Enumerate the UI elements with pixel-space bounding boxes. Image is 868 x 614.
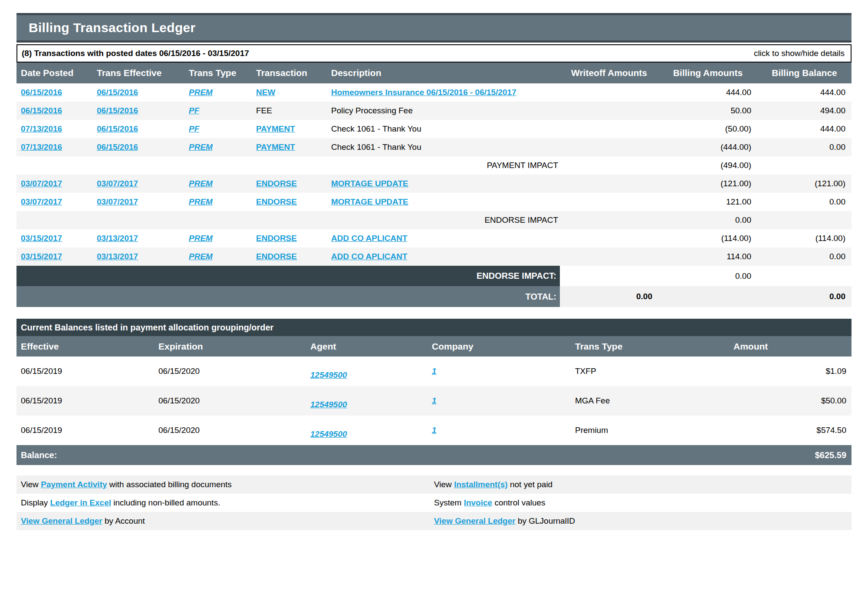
effective-date: 06/15/2019: [16, 416, 154, 445]
view-general-ledger-account-link[interactable]: View General Ledger: [21, 516, 102, 525]
col-header-amount: Amount: [729, 336, 852, 357]
col-header-effective: Effective: [16, 336, 154, 357]
date-posted-link[interactable]: 03/07/2017: [21, 197, 62, 206]
footer-row: Display Ledger in Excel including non-bi…: [16, 494, 852, 512]
trans-type-link[interactable]: PF: [189, 106, 199, 115]
description-link[interactable]: Homeowners Insurance 06/15/2016 - 06/15/…: [331, 88, 516, 97]
trans-effective-link[interactable]: 06/15/2016: [97, 124, 138, 133]
col-header-description: Description: [327, 63, 560, 83]
payment-impact-row: PAYMENT IMPACT (494.00): [16, 156, 852, 175]
agent-link[interactable]: 12549500: [310, 429, 347, 439]
description-link[interactable]: MORTAGE UPDATE: [331, 179, 408, 188]
date-posted-link[interactable]: 06/15/2016: [21, 88, 62, 97]
transaction-link[interactable]: ENDORSE: [256, 197, 297, 206]
table-row: 07/13/2016 06/15/2016 PF PAYMENT Check 1…: [16, 120, 852, 138]
transaction-text: FEE: [256, 106, 272, 115]
company-link[interactable]: 1: [432, 396, 437, 405]
trans-effective-link[interactable]: 06/15/2016: [97, 106, 138, 115]
company-link[interactable]: 1: [432, 366, 437, 376]
footer-text: control values: [492, 498, 546, 507]
date-posted-link[interactable]: 07/13/2016: [21, 124, 62, 133]
trans-effective-link[interactable]: 06/15/2016: [97, 142, 138, 152]
billing-balance: 444.00: [757, 120, 852, 138]
balance-value: $625.59: [815, 450, 846, 460]
writeoff-amount: [560, 83, 658, 102]
effective-date: 06/15/2019: [16, 386, 154, 416]
balance-trans-type: MGA Fee: [571, 386, 729, 416]
show-hide-details-toggle[interactable]: click to show/hide details: [754, 49, 845, 58]
trans-effective-link[interactable]: 03/13/2017: [97, 252, 138, 261]
balance-row: 06/15/2019 06/15/2020 12549500 1 MGA Fee…: [16, 386, 852, 416]
col-header-billing-balance: Billing Balance: [757, 63, 852, 83]
date-posted-link[interactable]: 06/15/2016: [21, 106, 62, 115]
invoice-link[interactable]: Invoice: [464, 498, 492, 507]
transaction-link[interactable]: ENDORSE: [256, 179, 297, 188]
footer-cell: View Payment Activity with associated bi…: [16, 480, 434, 489]
trans-effective-link[interactable]: 06/15/2016: [97, 88, 138, 97]
trans-effective-link[interactable]: 03/13/2017: [97, 234, 138, 243]
description-link[interactable]: ADD CO APLICANT: [331, 252, 408, 261]
endorse-impact-total-row: ENDORSE IMPACT: 0.00: [16, 266, 852, 286]
description-link[interactable]: MORTAGE UPDATE: [331, 197, 408, 206]
transaction-link[interactable]: ENDORSE: [256, 234, 297, 243]
total-writeoff-amount: 0.00: [560, 286, 658, 307]
view-general-ledger-journal-link[interactable]: View General Ledger: [434, 516, 516, 525]
table-row: 06/15/2016 06/15/2016 PF FEE Policy Proc…: [16, 102, 852, 120]
col-header-billing-amounts: Billing Amounts: [658, 63, 757, 83]
page-title: Billing Transaction Ledger: [29, 20, 196, 35]
balance-amount: $574.50: [729, 416, 852, 445]
current-balances-section-header: Current Balances listed in payment alloc…: [16, 319, 852, 336]
col-header-expiration: Expiration: [154, 336, 306, 357]
balance-row: 06/15/2019 06/15/2020 12549500 1 Premium…: [16, 416, 852, 445]
agent-link[interactable]: 12549500: [310, 370, 347, 380]
billing-balance: (114.00): [757, 229, 852, 248]
billing-amount: (444.00): [658, 138, 757, 156]
description-link[interactable]: ADD CO APLICANT: [331, 234, 408, 243]
trans-type-link[interactable]: PREM: [189, 142, 213, 152]
trans-effective-link[interactable]: 03/07/2017: [97, 179, 138, 188]
transaction-link[interactable]: PAYMENT: [256, 142, 295, 152]
transaction-link[interactable]: NEW: [256, 88, 275, 97]
description-text: Check 1061 - Thank You: [331, 124, 421, 133]
trans-effective-link[interactable]: 03/07/2017: [97, 197, 138, 206]
ledger-in-excel-link[interactable]: Ledger in Excel: [50, 498, 111, 507]
writeoff-amount: [560, 229, 658, 248]
date-posted-link[interactable]: 03/15/2017: [21, 252, 62, 261]
col-header-trans-type: Trans Type: [184, 63, 252, 83]
expiration-date: 06/15/2020: [154, 386, 306, 416]
trans-type-link[interactable]: PREM: [189, 88, 213, 97]
col-header-company: Company: [427, 336, 571, 357]
footer-text: including non-billed amounts.: [111, 498, 220, 507]
col-header-balances-trans-type: Trans Type: [571, 336, 729, 357]
col-header-date-posted: Date Posted: [16, 63, 92, 83]
col-header-trans-effective: Trans Effective: [92, 63, 184, 83]
endorse-impact-total-label: ENDORSE IMPACT:: [16, 266, 560, 286]
billing-amount: 121.00: [658, 193, 757, 211]
table-row: 06/15/2016 06/15/2016 PREM NEW Homeowner…: [16, 83, 852, 102]
billing-amount: 50.00: [658, 102, 757, 120]
footer-text: with associated billing documents: [107, 480, 232, 489]
installments-link[interactable]: Installment(s): [454, 480, 508, 489]
date-posted-link[interactable]: 03/07/2017: [21, 179, 62, 188]
col-header-writeoff-amounts: Writeoff Amounts: [560, 63, 658, 83]
footer-text: System: [434, 498, 464, 507]
billing-amount: 444.00: [658, 83, 757, 102]
billing-ledger-page: Billing Transaction Ledger (8) Transacti…: [16, 13, 852, 530]
payment-activity-link[interactable]: Payment Activity: [41, 480, 107, 489]
billing-balance: (121.00): [757, 175, 852, 193]
trans-type-link[interactable]: PREM: [189, 179, 213, 188]
date-posted-link[interactable]: 07/13/2016: [21, 142, 62, 152]
company-link[interactable]: 1: [432, 426, 437, 435]
footer-text: by Account: [102, 516, 145, 525]
trans-type-link[interactable]: PREM: [189, 234, 213, 243]
date-posted-link[interactable]: 03/15/2017: [21, 234, 62, 243]
billing-amount: 114.00: [658, 248, 757, 266]
trans-type-link[interactable]: PREM: [189, 252, 213, 261]
transactions-summary-bar: (8) Transactions with posted dates 06/15…: [16, 44, 852, 63]
transaction-link[interactable]: PAYMENT: [256, 124, 295, 133]
trans-type-link[interactable]: PREM: [189, 197, 213, 206]
agent-link[interactable]: 12549500: [310, 400, 347, 409]
footer-cell: View General Ledger by Account: [16, 516, 434, 526]
transaction-link[interactable]: ENDORSE: [256, 252, 297, 261]
trans-type-link[interactable]: PF: [189, 124, 199, 133]
